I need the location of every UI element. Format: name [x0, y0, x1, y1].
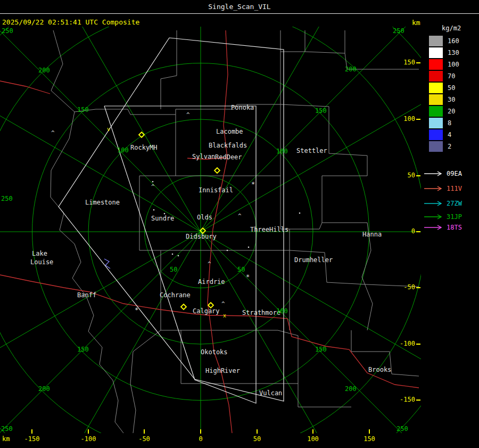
radar-arrow-icon	[424, 224, 444, 231]
legend-value: 20	[448, 108, 455, 115]
river-line	[104, 259, 110, 268]
map-graphics: ^^^^^^***vx	[0, 0, 479, 448]
legend-swatch	[429, 106, 443, 117]
legend-swatch	[429, 141, 443, 152]
county-boundary	[51, 197, 123, 433]
legend-value: 50	[448, 84, 455, 92]
radar-site-row: 111V	[424, 184, 462, 193]
range-label: 150	[315, 346, 327, 353]
right-axis-label: -50	[395, 283, 415, 291]
spot-caret-marker: ^	[238, 213, 242, 219]
right-axis-label: -100	[395, 340, 415, 347]
range-label: 50	[170, 266, 177, 273]
legend-row: 130	[429, 47, 459, 59]
spot-dot-marker	[227, 250, 228, 251]
right-axis-label: 50	[395, 172, 415, 179]
radar-arrow-icon	[424, 200, 444, 207]
city-label: Sylvan	[192, 153, 215, 160]
radar-site-row: 09EA	[424, 169, 462, 178]
right-axis-label: 0	[395, 227, 415, 235]
radar-map-canvas: ^^^^^^***vx	[0, 0, 479, 448]
range-label: 250	[397, 426, 408, 432]
color-scale-legend: 16013010070503020842	[429, 35, 459, 152]
spot-dot-marker	[153, 209, 155, 211]
spot-caret-marker: ^	[186, 111, 190, 118]
city-label: Cochrane	[160, 292, 191, 299]
legend-row: 30	[429, 94, 459, 105]
spot-caret-marker: ^	[208, 260, 211, 267]
spot-star-marker: *	[251, 181, 255, 188]
city-label: Didsbury	[186, 233, 217, 240]
county-boundary	[161, 30, 177, 109]
county-boundary	[51, 30, 75, 197]
county-boundary	[278, 330, 298, 384]
radar-site-row: 27ZW	[424, 199, 462, 208]
city-label: HighRiver	[205, 368, 240, 374]
legend-value: 4	[448, 131, 451, 139]
radar-id: 18TS	[447, 224, 462, 231]
range-label: 250	[393, 28, 404, 34]
city-label: Innisfail	[199, 187, 233, 194]
legend-row: 2	[429, 141, 459, 152]
bottom-axis-label: -50	[138, 435, 150, 443]
range-label: 200	[38, 67, 50, 74]
radar-id: 31JP	[447, 213, 462, 221]
city-label: Stettler	[296, 148, 327, 154]
city-label: Blackfalds	[209, 142, 247, 149]
radar-site-row: 31JP	[424, 213, 462, 221]
city-label: Hanna	[362, 231, 382, 238]
spot-dot-marker	[299, 213, 301, 214]
legend-row: 8	[429, 117, 459, 129]
spot-star-marker: *	[135, 306, 138, 314]
legend-value: 130	[448, 49, 459, 56]
vertical-axis-unit: km	[412, 19, 420, 27]
scan-timestamp: 2025/09/22 02:51:41 UTC Composite	[2, 18, 139, 26]
horizontal-axis-unit: km	[2, 435, 10, 443]
city-label: Lacombe	[216, 128, 243, 135]
range-label: 250	[1, 426, 13, 432]
legend-value: 30	[448, 96, 455, 103]
legend-row: 50	[429, 82, 459, 94]
city-label: Sundre	[151, 215, 174, 222]
legend-value: 70	[448, 72, 455, 80]
spot-dot-marker	[152, 181, 154, 183]
bottom-axis-label: -100	[81, 435, 96, 443]
range-label: 50	[237, 266, 245, 273]
range-label: 100	[117, 147, 129, 153]
radar-id: 27ZW	[447, 200, 462, 207]
radar-arrow-icon	[424, 170, 444, 177]
radial-line	[201, 232, 461, 382]
county-boundary	[280, 30, 305, 52]
county-boundary	[280, 223, 367, 229]
range-label: 150	[77, 107, 89, 113]
county-boundary	[280, 104, 367, 176]
right-axis-label: 100	[395, 115, 415, 123]
bottom-axis-label: 150	[364, 435, 375, 443]
legend-swatch	[429, 118, 443, 128]
city-label: Olds	[197, 214, 212, 221]
legend-unit-label: kg/m2	[442, 25, 461, 32]
city-label: ThreeHills	[250, 226, 288, 233]
legend-value: 100	[448, 61, 459, 68]
city-label: Calgary	[193, 308, 220, 315]
spot-dot-marker	[248, 247, 250, 248]
range-label: 100	[276, 308, 288, 314]
radar-display-window: Single_Scan_VIL ^^^^^^***vx 2025/09/22 0…	[0, 0, 479, 448]
county-boundary	[290, 250, 367, 284]
bottom-axis-label: 50	[253, 435, 261, 443]
city-label: Okotoks	[201, 349, 228, 356]
city-label: Airdrie	[198, 279, 225, 286]
legend-row: 20	[429, 105, 459, 117]
legend-swatch	[429, 71, 443, 82]
range-label: 250	[1, 196, 13, 202]
legend-row: 160	[429, 35, 459, 47]
radar-id: 111V	[447, 185, 462, 192]
range-label: 250	[2, 28, 13, 34]
range-ring	[0, 7, 425, 448]
city-label: Vulcan	[259, 390, 282, 397]
radial-line	[201, 232, 351, 448]
range-label: 200	[38, 386, 50, 392]
legend-swatch	[429, 129, 443, 140]
spot-caret-marker: ^	[151, 183, 155, 190]
spot-dot-marker	[172, 254, 174, 255]
